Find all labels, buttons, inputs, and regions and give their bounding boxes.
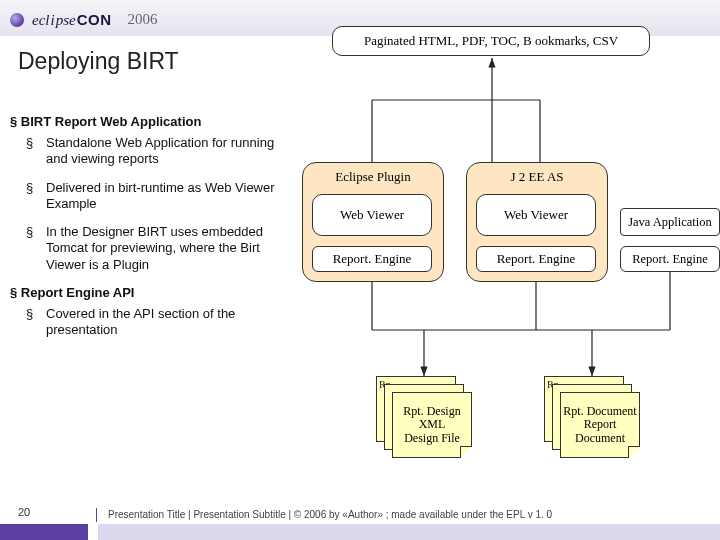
web-viewer-label: Web Viewer — [340, 207, 404, 223]
eclipse-plugin-label: Eclipse Plugin — [303, 169, 443, 185]
logo-text-ecl: ecl — [32, 12, 49, 29]
output-formats-box: Paginated HTML, PDF, TOC, B ookmarks, CS… — [332, 26, 650, 56]
page-number: 20 — [18, 506, 30, 518]
footer-bar — [0, 524, 720, 540]
bullet-column: BIRT Report Web Application Standalone W… — [10, 110, 300, 350]
logo-orb-icon — [10, 13, 24, 27]
web-viewer-box-b: Web Viewer — [476, 194, 596, 236]
logo-text-pse: pse — [56, 12, 76, 29]
rpt-design-file-label: Rpt. Design XML Design File — [403, 405, 460, 445]
bullet-item: In the Designer BIRT uses embedded Tomca… — [36, 224, 294, 273]
bullet-item: Delivered in birt-runtime as Web Viewer … — [36, 180, 294, 213]
footer-text: Presentation Title | Presentation Subtit… — [108, 509, 552, 520]
report-engine-box-b: Report. Engine — [476, 246, 596, 272]
footer-separator — [96, 508, 97, 522]
web-viewer-box-a: Web Viewer — [312, 194, 432, 236]
section-heading-1: BIRT Report Web Application — [10, 114, 294, 129]
java-application-label: Java Application — [628, 215, 712, 230]
report-engine-box-a: Report. Engine — [312, 246, 432, 272]
report-engine-box-c: Report. Engine — [620, 246, 720, 272]
bullet-item: Covered in the API section of the presen… — [36, 306, 294, 339]
header-year: 2006 — [128, 11, 158, 28]
output-formats-label: Paginated HTML, PDF, TOC, B ookmarks, CS… — [364, 33, 618, 49]
logo-text-i: i — [50, 12, 54, 29]
web-viewer-label: Web Viewer — [504, 207, 568, 223]
report-engine-label: Report. Engine — [333, 251, 412, 267]
rpt-design-file-stack: Rp Rpt. Design XML Design File — [376, 376, 472, 460]
slide-title: Deploying BIRT — [18, 48, 179, 75]
bullet-list-1: Standalone Web Application for running a… — [36, 135, 294, 273]
java-application-box: Java Application — [620, 208, 720, 236]
logo-text-con: CON — [77, 11, 112, 28]
j2ee-label: J 2 EE AS — [467, 169, 607, 185]
logo: ecl i pse CON — [32, 11, 112, 29]
section-heading-2: Report Engine API — [10, 285, 294, 300]
bullet-list-2: Covered in the API section of the presen… — [36, 306, 294, 339]
report-engine-label: Report. Engine — [632, 252, 708, 267]
rpt-document-file-label: Rpt. Document Report Document — [563, 405, 636, 445]
bullet-item: Standalone Web Application for running a… — [36, 135, 294, 168]
report-engine-label: Report. Engine — [497, 251, 576, 267]
rpt-document-file-stack: Rp Rpt. Document Report Document — [544, 376, 640, 460]
